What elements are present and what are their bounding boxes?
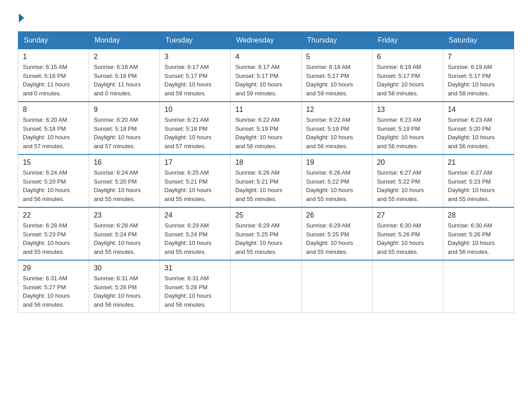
calendar-cell: 10 Sunrise: 6:21 AMSunset: 5:18 PMDaylig… <box>160 102 231 154</box>
day-info: Sunrise: 6:26 AMSunset: 5:21 PMDaylight:… <box>235 169 282 202</box>
calendar-week-row: 1 Sunrise: 6:15 AMSunset: 5:16 PMDayligh… <box>18 49 514 102</box>
day-info: Sunrise: 6:22 AMSunset: 5:19 PMDaylight:… <box>306 116 353 150</box>
day-number: 2 <box>94 53 155 61</box>
day-number: 9 <box>94 106 155 114</box>
day-number: 26 <box>306 211 368 219</box>
day-info: Sunrise: 6:27 AMSunset: 5:22 PMDaylight:… <box>377 169 424 202</box>
day-info: Sunrise: 6:17 AMSunset: 5:17 PMDaylight:… <box>235 64 282 97</box>
day-number: 30 <box>94 264 155 272</box>
day-number: 27 <box>377 211 438 219</box>
calendar-cell: 28 Sunrise: 6:30 AMSunset: 5:26 PMDaylig… <box>443 207 514 260</box>
day-number: 25 <box>235 211 296 219</box>
calendar-cell <box>301 260 372 313</box>
calendar-cell: 26 Sunrise: 6:29 AMSunset: 5:25 PMDaylig… <box>301 207 372 260</box>
day-number: 20 <box>377 158 438 167</box>
day-info: Sunrise: 6:30 AMSunset: 5:26 PMDaylight:… <box>448 222 495 255</box>
day-number: 4 <box>235 53 296 61</box>
day-info: Sunrise: 6:18 AMSunset: 5:17 PMDaylight:… <box>306 64 353 97</box>
day-number: 14 <box>448 106 509 114</box>
day-number: 31 <box>164 264 226 272</box>
logo-triangle-icon <box>19 13 24 22</box>
day-number: 17 <box>164 158 226 167</box>
calendar-cell: 16 Sunrise: 6:24 AMSunset: 5:20 PMDaylig… <box>89 154 160 207</box>
day-info: Sunrise: 6:25 AMSunset: 5:21 PMDaylight:… <box>164 169 211 202</box>
day-header-wednesday: Wednesday <box>231 32 301 49</box>
calendar-week-row: 29 Sunrise: 6:31 AMSunset: 5:27 PMDaylig… <box>18 260 514 313</box>
day-number: 16 <box>94 158 155 167</box>
calendar-cell: 22 Sunrise: 6:28 AMSunset: 5:23 PMDaylig… <box>18 207 89 260</box>
calendar-cell: 11 Sunrise: 6:22 AMSunset: 5:19 PMDaylig… <box>231 102 301 154</box>
day-header-tuesday: Tuesday <box>160 32 231 49</box>
day-number: 19 <box>306 158 368 167</box>
day-info: Sunrise: 6:24 AMSunset: 5:20 PMDaylight:… <box>23 169 70 202</box>
calendar-week-row: 15 Sunrise: 6:24 AMSunset: 5:20 PMDaylig… <box>18 154 514 207</box>
day-header-friday: Friday <box>372 32 443 49</box>
day-header-sunday: Sunday <box>18 32 89 49</box>
calendar-cell: 2 Sunrise: 6:16 AMSunset: 5:16 PMDayligh… <box>89 49 160 102</box>
day-info: Sunrise: 6:28 AMSunset: 5:24 PMDaylight:… <box>94 222 141 255</box>
calendar-cell <box>231 260 301 313</box>
calendar-cell: 25 Sunrise: 6:29 AMSunset: 5:25 PMDaylig… <box>231 207 301 260</box>
calendar-cell: 29 Sunrise: 6:31 AMSunset: 5:27 PMDaylig… <box>18 260 89 313</box>
calendar-cell: 20 Sunrise: 6:27 AMSunset: 5:22 PMDaylig… <box>372 154 443 207</box>
day-info: Sunrise: 6:20 AMSunset: 5:18 PMDaylight:… <box>23 116 70 150</box>
calendar-cell: 18 Sunrise: 6:26 AMSunset: 5:21 PMDaylig… <box>231 154 301 207</box>
day-info: Sunrise: 6:22 AMSunset: 5:19 PMDaylight:… <box>235 116 282 150</box>
calendar-cell: 13 Sunrise: 6:23 AMSunset: 5:19 PMDaylig… <box>372 102 443 154</box>
day-info: Sunrise: 6:30 AMSunset: 5:26 PMDaylight:… <box>377 222 424 255</box>
day-info: Sunrise: 6:29 AMSunset: 5:25 PMDaylight:… <box>235 222 282 255</box>
calendar-cell: 19 Sunrise: 6:26 AMSunset: 5:22 PMDaylig… <box>301 154 372 207</box>
calendar-cell: 3 Sunrise: 6:17 AMSunset: 5:17 PMDayligh… <box>160 49 231 102</box>
day-info: Sunrise: 6:23 AMSunset: 5:20 PMDaylight:… <box>448 116 495 150</box>
day-number: 29 <box>23 264 84 272</box>
day-header-row: SundayMondayTuesdayWednesdayThursdayFrid… <box>18 32 514 49</box>
day-info: Sunrise: 6:15 AMSunset: 5:16 PMDaylight:… <box>23 64 70 97</box>
day-number: 24 <box>164 211 226 219</box>
calendar-cell: 23 Sunrise: 6:28 AMSunset: 5:24 PMDaylig… <box>89 207 160 260</box>
day-number: 1 <box>23 53 84 61</box>
calendar-week-row: 22 Sunrise: 6:28 AMSunset: 5:23 PMDaylig… <box>18 207 514 260</box>
day-info: Sunrise: 6:17 AMSunset: 5:17 PMDaylight:… <box>164 64 211 97</box>
day-number: 7 <box>448 53 509 61</box>
day-number: 18 <box>235 158 296 167</box>
calendar-cell: 31 Sunrise: 6:31 AMSunset: 5:28 PMDaylig… <box>160 260 231 313</box>
calendar-cell: 6 Sunrise: 6:19 AMSunset: 5:17 PMDayligh… <box>372 49 443 102</box>
day-number: 5 <box>306 53 368 61</box>
day-info: Sunrise: 6:20 AMSunset: 5:18 PMDaylight:… <box>94 116 141 150</box>
calendar-cell: 17 Sunrise: 6:25 AMSunset: 5:21 PMDaylig… <box>160 154 231 207</box>
day-info: Sunrise: 6:23 AMSunset: 5:19 PMDaylight:… <box>377 116 424 150</box>
day-header-thursday: Thursday <box>301 32 372 49</box>
day-info: Sunrise: 6:29 AMSunset: 5:24 PMDaylight:… <box>164 222 211 255</box>
calendar-table: SundayMondayTuesdayWednesdayThursdayFrid… <box>18 31 514 313</box>
header <box>18 13 514 22</box>
calendar-cell <box>372 260 443 313</box>
calendar-cell: 9 Sunrise: 6:20 AMSunset: 5:18 PMDayligh… <box>89 102 160 154</box>
day-header-saturday: Saturday <box>443 32 514 49</box>
calendar-cell: 24 Sunrise: 6:29 AMSunset: 5:24 PMDaylig… <box>160 207 231 260</box>
day-number: 8 <box>23 106 84 114</box>
logo <box>18 13 25 22</box>
day-info: Sunrise: 6:31 AMSunset: 5:28 PMDaylight:… <box>164 275 211 308</box>
day-info: Sunrise: 6:21 AMSunset: 5:18 PMDaylight:… <box>164 116 211 150</box>
day-info: Sunrise: 6:19 AMSunset: 5:17 PMDaylight:… <box>377 64 424 97</box>
day-number: 10 <box>164 106 226 114</box>
calendar-week-row: 8 Sunrise: 6:20 AMSunset: 5:18 PMDayligh… <box>18 102 514 154</box>
calendar-cell: 14 Sunrise: 6:23 AMSunset: 5:20 PMDaylig… <box>443 102 514 154</box>
day-info: Sunrise: 6:31 AMSunset: 5:28 PMDaylight:… <box>94 275 141 308</box>
day-info: Sunrise: 6:27 AMSunset: 5:23 PMDaylight:… <box>448 169 495 202</box>
calendar-cell: 8 Sunrise: 6:20 AMSunset: 5:18 PMDayligh… <box>18 102 89 154</box>
calendar-cell: 7 Sunrise: 6:19 AMSunset: 5:17 PMDayligh… <box>443 49 514 102</box>
calendar-cell: 5 Sunrise: 6:18 AMSunset: 5:17 PMDayligh… <box>301 49 372 102</box>
day-number: 15 <box>23 158 84 167</box>
day-number: 13 <box>377 106 438 114</box>
calendar-cell: 12 Sunrise: 6:22 AMSunset: 5:19 PMDaylig… <box>301 102 372 154</box>
day-number: 28 <box>448 211 509 219</box>
day-number: 3 <box>164 53 226 61</box>
day-info: Sunrise: 6:28 AMSunset: 5:23 PMDaylight:… <box>23 222 70 255</box>
day-number: 6 <box>377 53 438 61</box>
calendar-cell <box>443 260 514 313</box>
day-info: Sunrise: 6:16 AMSunset: 5:16 PMDaylight:… <box>94 64 141 97</box>
day-info: Sunrise: 6:29 AMSunset: 5:25 PMDaylight:… <box>306 222 353 255</box>
day-number: 12 <box>306 106 368 114</box>
day-number: 22 <box>23 211 84 219</box>
